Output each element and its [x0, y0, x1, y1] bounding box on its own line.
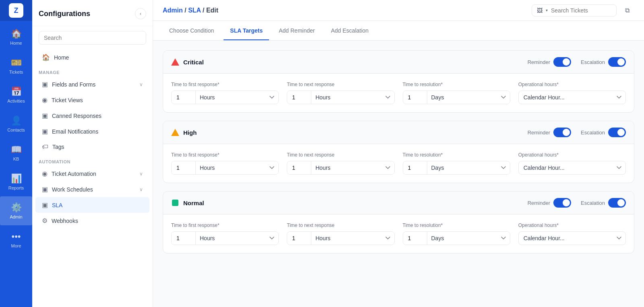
critical-reminder-toggle[interactable]: [553, 57, 571, 67]
critical-operational-hours: Operational hours* Calendar Hour...: [518, 82, 626, 104]
tab-choose-condition[interactable]: Choose Condition: [163, 21, 220, 40]
home-nav-icon: 🏠: [42, 54, 50, 61]
sidebar-item-canned-responses[interactable]: ▣ Canned Responses: [35, 108, 149, 124]
nav-item-home[interactable]: 🏠 Home: [0, 23, 32, 52]
nav-item-kb[interactable]: 📖 KB: [0, 138, 32, 167]
normal-reminder-group: Reminder: [528, 198, 571, 208]
normal-first-response-unit[interactable]: Hours Days: [196, 232, 278, 245]
normal-escalation-group: Escalation: [581, 198, 626, 208]
high-resolution-unit[interactable]: Days Hours: [427, 161, 510, 174]
sla-container: Critical Reminder Escalation: [153, 41, 644, 263]
home-icon: 🏠: [11, 29, 22, 39]
nav-item-more[interactable]: ••• More: [0, 225, 32, 254]
sla-icon: ▣: [42, 201, 48, 209]
critical-reminder-label: Reminder: [528, 59, 550, 65]
tab-add-escalation[interactable]: Add Escalation: [325, 21, 375, 40]
sidebar-item-work-schedules[interactable]: ▣ Work Schedules ∨: [35, 181, 149, 197]
normal-first-response-label: Time to first response*: [171, 223, 279, 228]
high-reminder-group: Reminder: [528, 128, 571, 137]
normal-operational-hours: Operational hours* Calendar Hour...: [518, 223, 626, 245]
search-tickets-input[interactable]: [551, 7, 611, 14]
critical-resolution: Time to resolution* Days Hours: [403, 82, 510, 104]
tickets-icon: 🎫: [11, 58, 22, 68]
tab-sla-targets[interactable]: SLA Targets: [224, 21, 269, 40]
sidebar-item-fields-forms[interactable]: ▣ Fields and Forms ∨: [35, 76, 149, 92]
normal-resolution-value[interactable]: [403, 232, 427, 245]
critical-fields: Time to first response* Hours Days Time …: [163, 74, 634, 112]
nav-bar: Z 🏠 Home 🎫 Tickets 📅 Activities 👤 Contac…: [0, 0, 32, 307]
sidebar-item-tags[interactable]: 🏷 Tags: [35, 139, 149, 155]
normal-fields: Time to first response* Hours Days Time …: [163, 214, 634, 253]
normal-resolution-unit[interactable]: Days Hours: [427, 232, 510, 245]
sidebar-item-sla-label: SLA: [52, 202, 62, 208]
logo-icon: Z: [9, 3, 23, 18]
critical-first-response-row: Hours Days: [171, 91, 279, 104]
high-reminder-toggle[interactable]: [553, 128, 571, 137]
critical-resolution-unit[interactable]: Days Hours: [427, 91, 510, 104]
fields-forms-icon: ▣: [42, 80, 48, 88]
normal-resolution-label: Time to resolution*: [403, 223, 510, 228]
high-next-response-row: Hours Days: [287, 161, 394, 175]
sidebar-item-webhooks[interactable]: ⚙ Webhooks: [35, 213, 149, 229]
sidebar-item-sla[interactable]: ▣ SLA: [35, 197, 149, 213]
breadcrumb-admin[interactable]: Admin: [163, 7, 183, 14]
nav-item-contacts[interactable]: 👤 Contacts: [0, 109, 32, 138]
high-escalation-group: Escalation: [581, 128, 626, 137]
sidebar-search-input[interactable]: [39, 31, 146, 45]
high-resolution: Time to resolution* Days Hours: [403, 152, 510, 175]
normal-next-response-value[interactable]: [287, 232, 311, 245]
breadcrumb-sla[interactable]: SLA: [188, 7, 201, 14]
filter-button[interactable]: ⧉: [620, 3, 634, 18]
normal-first-response-value[interactable]: [172, 232, 196, 245]
high-first-response-value[interactable]: [172, 161, 196, 174]
normal-escalation-toggle[interactable]: [608, 198, 626, 208]
high-escalation-toggle[interactable]: [608, 128, 626, 137]
high-first-response-label: Time to first response*: [171, 152, 279, 158]
nav-item-tickets[interactable]: 🎫 Tickets: [0, 52, 32, 80]
critical-first-response-value[interactable]: [172, 91, 196, 104]
sidebar-item-home[interactable]: 🏠 Home: [35, 49, 149, 65]
high-first-response-unit[interactable]: Hours Days: [196, 161, 278, 174]
critical-next-response-unit[interactable]: Hours Days: [311, 91, 394, 104]
sidebar-item-email-notifications[interactable]: ▣ Email Notifications: [35, 124, 149, 139]
critical-next-response-value[interactable]: [287, 91, 311, 104]
critical-next-response: Time to next response Hours Days: [287, 82, 394, 104]
high-operational-hours-select[interactable]: Calendar Hour...: [518, 161, 626, 175]
sidebar-item-ticket-automation[interactable]: ◉ Ticket Automation ∨: [35, 166, 149, 181]
work-schedules-icon: ▣: [42, 185, 48, 193]
main-content: Admin / SLA / Edit 🖼 ▾ ⧉ Choose Conditio…: [153, 0, 644, 307]
high-fields: Time to first response* Hours Days Time …: [163, 144, 634, 183]
sidebar-section-automation: AUTOMATION: [32, 155, 153, 166]
normal-resolution: Time to resolution* Days Hours: [403, 223, 510, 245]
normal-next-response-unit[interactable]: Hours Days: [311, 232, 394, 245]
critical-operational-hours-select[interactable]: Calendar Hour...: [518, 91, 626, 104]
tab-add-reminder[interactable]: Add Reminder: [272, 21, 321, 40]
nav-item-admin[interactable]: ⚙️ Admin: [0, 196, 32, 225]
sidebar-item-ticket-views[interactable]: ◉ Ticket Views: [35, 92, 149, 108]
critical-next-response-row: Hours Days: [287, 91, 394, 104]
nav-logo: Z: [0, 0, 32, 21]
sla-section-header-critical: Critical Reminder Escalation: [163, 51, 634, 74]
normal-reminder-toggle[interactable]: [553, 198, 571, 208]
breadcrumb-edit: Edit: [206, 7, 218, 14]
ticket-automation-icon: ◉: [42, 170, 48, 177]
nav-item-activities[interactable]: 📅 Activities: [0, 80, 32, 109]
critical-escalation-toggle[interactable]: [608, 57, 626, 67]
critical-first-response-unit[interactable]: Hours Days: [196, 91, 278, 104]
high-next-response-value[interactable]: [287, 161, 311, 174]
search-tickets-icon: 🖼: [537, 7, 543, 14]
nav-item-reports[interactable]: 📊 Reports: [0, 167, 32, 196]
canned-responses-icon: ▣: [42, 112, 48, 120]
high-resolution-value[interactable]: [403, 161, 427, 174]
critical-resolution-value[interactable]: [403, 91, 427, 104]
nav-label-home: Home: [10, 41, 22, 45]
content-area: Critical Reminder Escalation: [153, 41, 644, 307]
high-next-response-unit[interactable]: Hours Days: [311, 161, 394, 174]
sidebar: Configurations ‹ 🏠 Home MANAGE ▣ Fields …: [32, 0, 153, 307]
critical-escalation-label: Escalation: [581, 59, 605, 65]
sidebar-collapse-button[interactable]: ‹: [135, 8, 146, 19]
normal-operational-hours-label: Operational hours*: [518, 223, 626, 228]
ticket-views-icon: ◉: [42, 96, 48, 104]
search-dropdown-icon[interactable]: ▾: [546, 8, 548, 12]
normal-operational-hours-select[interactable]: Calendar Hour...: [518, 231, 626, 245]
